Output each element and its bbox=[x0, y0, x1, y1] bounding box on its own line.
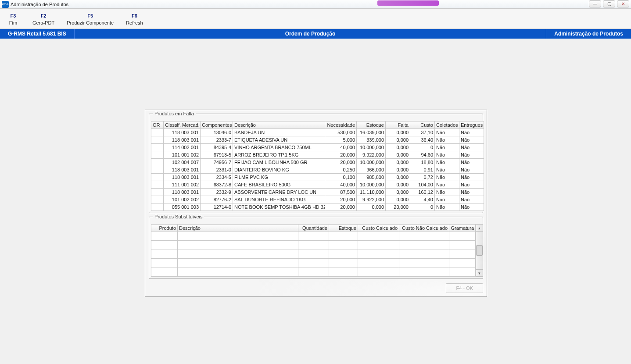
cell-cm: 055 001 003 bbox=[164, 203, 201, 211]
col-header[interactable]: Gramatura bbox=[449, 225, 476, 232]
cell-est: 9.922,000 bbox=[357, 151, 386, 159]
vertical-scrollbar[interactable]: ▴ ▾ bbox=[476, 224, 483, 277]
table-row[interactable]: 114 002 00184395-4VINHO ARGENTA BRANCO 7… bbox=[151, 144, 484, 151]
cell-empty bbox=[151, 250, 178, 258]
col-header[interactable]: Estoque bbox=[329, 225, 358, 232]
col-header[interactable]: Custo Calculado bbox=[358, 225, 399, 232]
cell-empty bbox=[449, 268, 476, 276]
cell-cm: 102 004 007 bbox=[164, 159, 201, 166]
cell-cm: 118 003 001 bbox=[164, 166, 201, 174]
table-row[interactable] bbox=[151, 232, 476, 241]
cell-col: Não bbox=[435, 129, 459, 136]
cell-cus: 0 bbox=[410, 203, 435, 211]
cell-est: 10.000,000 bbox=[357, 159, 386, 166]
table-row[interactable]: 118 003 0012332-9ABSORVENTE CARNE DRY LO… bbox=[151, 189, 484, 196]
table-row[interactable]: 118 003 00113046-0BANDEJA UN530,00016.03… bbox=[151, 129, 484, 136]
table-row[interactable] bbox=[151, 268, 476, 276]
col-header[interactable]: Custo bbox=[410, 121, 435, 129]
cell-comp: 2332-9 bbox=[201, 189, 233, 196]
cell-nec: 20,000 bbox=[325, 196, 357, 203]
cell-nec: 20,000 bbox=[325, 203, 357, 211]
ribbon-bar: G-RMS Retail 5.681 BIS Ordem de Produção… bbox=[0, 29, 631, 39]
table-produtos-em-falta[interactable]: ORClassif. Mercad.ComponentesDescriçãoNe… bbox=[151, 121, 484, 211]
cell-empty bbox=[298, 241, 329, 250]
table-header-row[interactable]: ORClassif. Mercad.ComponentesDescriçãoNe… bbox=[151, 121, 484, 129]
cell-cm: 114 002 001 bbox=[164, 144, 201, 151]
table-row[interactable] bbox=[151, 241, 476, 250]
table-row[interactable]: 118 003 0012331-0DIANTEIRO BOVINO KG0,25… bbox=[151, 166, 484, 174]
cell-empty bbox=[329, 232, 358, 241]
col-header[interactable]: Produto bbox=[151, 225, 178, 232]
table-produtos-substituiveis[interactable]: ProdutoDescriçãoQuantidadeEstoqueCusto C… bbox=[151, 224, 476, 277]
cell-nec: 20,000 bbox=[325, 159, 357, 166]
cell-col: Não bbox=[435, 166, 459, 174]
cell-empty bbox=[449, 250, 476, 258]
col-header[interactable]: Necessidade bbox=[325, 121, 357, 129]
fnkey-f6[interactable]: F6Refresh bbox=[120, 9, 149, 29]
cell-col: Não bbox=[435, 203, 459, 211]
cell-desc: FILME PVC KG bbox=[233, 174, 325, 181]
cell-or bbox=[151, 181, 164, 189]
window-title: Administração de Produtos bbox=[11, 2, 68, 7]
cell-empty bbox=[329, 241, 358, 250]
col-header[interactable]: Coletados bbox=[435, 121, 459, 129]
minimize-button[interactable]: — bbox=[589, 0, 601, 7]
table-row[interactable]: 101 002 00282776-2SAL DUNORTE REFINADO 1… bbox=[151, 196, 484, 203]
cell-or bbox=[151, 151, 164, 159]
fnkey-label: Refresh bbox=[126, 20, 143, 25]
cell-desc: NOTE BOOK SEMP TOSHIBA 4GB HD 320G bbox=[233, 203, 325, 211]
cell-col: Não bbox=[435, 136, 459, 144]
fnkey-f5[interactable]: F5Produzir Componente bbox=[61, 9, 120, 29]
cell-empty bbox=[298, 250, 329, 258]
table-row[interactable]: 102 004 00774956-7FEIJAO CAMIL BOLINHA 5… bbox=[151, 159, 484, 166]
cell-empty bbox=[449, 259, 476, 268]
maximize-button[interactable]: ▢ bbox=[603, 0, 615, 7]
col-header[interactable]: Entregues bbox=[459, 121, 484, 129]
table-row[interactable]: 111 001 00268372-8CAFE BRASILEIRO 500G40… bbox=[151, 181, 484, 189]
cell-empty bbox=[178, 250, 298, 258]
col-header[interactable]: Custo Não Calculado bbox=[399, 225, 449, 232]
groupbox-produtos-em-falta: Produtos em Falta ORClassif. Mercad.Comp… bbox=[149, 114, 483, 213]
groupbox-legend-falta: Produtos em Falta bbox=[153, 111, 196, 116]
table-row[interactable]: 118 003 0012333-7ETIQUETA ADESIVA UN5,00… bbox=[151, 136, 484, 144]
cell-or bbox=[151, 189, 164, 196]
col-header[interactable]: Falta bbox=[386, 121, 410, 129]
col-header[interactable]: OR bbox=[151, 121, 164, 129]
col-header[interactable]: Componentes bbox=[201, 121, 233, 129]
fnkey-shortcut: F5 bbox=[87, 13, 93, 18]
scroll-up-icon[interactable]: ▴ bbox=[476, 225, 483, 232]
table-row[interactable] bbox=[151, 259, 476, 268]
col-header[interactable]: Quantidade bbox=[298, 225, 329, 232]
app-icon: rms bbox=[2, 1, 9, 8]
cell-fal: 0,000 bbox=[386, 129, 410, 136]
cell-empty bbox=[358, 268, 399, 276]
fnkey-label: Fim bbox=[9, 20, 17, 25]
cell-empty bbox=[151, 232, 178, 241]
close-button[interactable]: ✕ bbox=[617, 0, 629, 7]
col-header[interactable]: Estoque bbox=[357, 121, 386, 129]
table-row[interactable]: 118 003 0012334-5FILME PVC KG0,100985,80… bbox=[151, 174, 484, 181]
scroll-handle[interactable] bbox=[476, 245, 483, 256]
cell-nec: 40,000 bbox=[325, 181, 357, 189]
col-header[interactable]: Descrição bbox=[233, 121, 325, 129]
col-header[interactable]: Classif. Mercad. bbox=[164, 121, 201, 129]
cell-comp: 12714-0 bbox=[201, 203, 233, 211]
fnkey-f2[interactable]: F2Gera-PDT bbox=[26, 9, 61, 29]
fnkey-shortcut: F6 bbox=[132, 13, 137, 18]
fnkey-f3[interactable]: F3Fim bbox=[0, 9, 26, 29]
table-header-row[interactable]: ProdutoDescriçãoQuantidadeEstoqueCusto C… bbox=[151, 225, 476, 232]
table-row[interactable]: 101 001 00267913-5ARROZ BREJEIRO TP.1 5K… bbox=[151, 151, 484, 159]
col-header[interactable]: Descrição bbox=[178, 225, 298, 232]
cell-empty bbox=[399, 268, 449, 276]
cell-nec: 87,500 bbox=[325, 189, 357, 196]
ok-button[interactable]: F4 - OK bbox=[446, 283, 483, 293]
table-row[interactable] bbox=[151, 250, 476, 258]
cell-ent: Não bbox=[459, 144, 484, 151]
cell-empty bbox=[449, 241, 476, 250]
cell-est: 339,000 bbox=[357, 136, 386, 144]
cell-ent: Não bbox=[459, 151, 484, 159]
table-row[interactable]: 055 001 00312714-0NOTE BOOK SEMP TOSHIBA… bbox=[151, 203, 484, 211]
cell-fal: 0,000 bbox=[386, 189, 410, 196]
scroll-down-icon[interactable]: ▾ bbox=[476, 269, 483, 276]
cell-empty bbox=[399, 259, 449, 268]
